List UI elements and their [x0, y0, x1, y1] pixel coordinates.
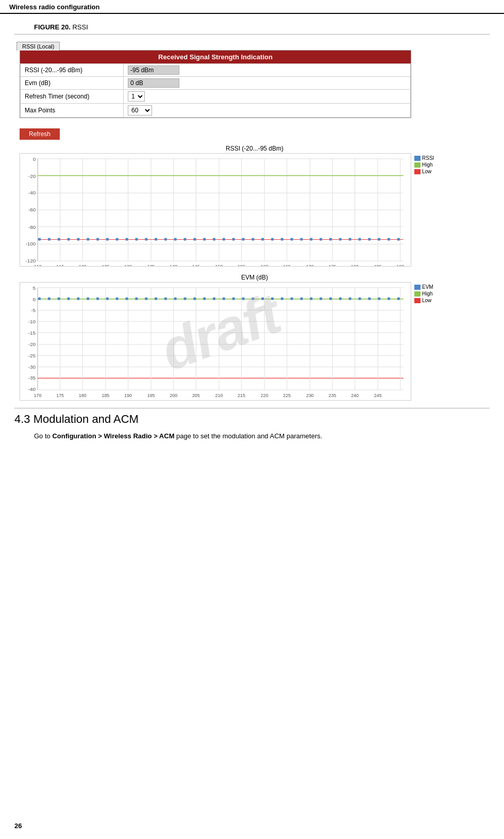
- svg-text:-30: -30: [28, 364, 36, 370]
- row-label-maxpoints: Max Points: [21, 104, 124, 118]
- legend-label-rssi: RSSI: [422, 155, 434, 161]
- svg-text:-120: -120: [25, 258, 36, 264]
- svg-text:235: 235: [329, 393, 337, 398]
- svg-text:-40: -40: [28, 386, 36, 392]
- figure-label-name: RSSI: [72, 23, 88, 31]
- legend-label-evm-low: Low: [422, 298, 431, 303]
- svg-rect-36: [58, 238, 60, 241]
- svg-rect-35: [48, 238, 51, 241]
- svg-rect-140: [155, 298, 157, 300]
- svg-rect-131: [68, 298, 70, 300]
- legend-item-rssi: RSSI: [414, 155, 434, 161]
- svg-rect-47: [164, 238, 167, 241]
- rssi-tabs-row: RSSI (Local): [14, 40, 490, 50]
- svg-rect-129: [48, 298, 51, 300]
- svg-text:155: 155: [238, 264, 245, 267]
- evm-value-input[interactable]: 0 dB: [128, 78, 179, 88]
- svg-rect-45: [145, 238, 147, 241]
- section-heading: 4.3 Modulation and ACM: [14, 413, 490, 426]
- svg-rect-154: [291, 298, 293, 300]
- svg-rect-71: [397, 238, 400, 241]
- svg-text:225: 225: [283, 393, 291, 398]
- svg-rect-157: [320, 298, 322, 300]
- svg-text:210: 210: [215, 393, 223, 398]
- legend-label-evm: EVM: [422, 284, 433, 290]
- row-value-refresh: 1 2 5: [124, 90, 411, 104]
- legend-item-high: High: [414, 162, 434, 168]
- svg-rect-135: [106, 298, 109, 300]
- svg-text:0: 0: [33, 156, 36, 162]
- svg-rect-65: [339, 238, 342, 241]
- svg-text:140: 140: [170, 264, 177, 267]
- svg-rect-162: [368, 298, 371, 300]
- legend-color-evm-high: [414, 291, 421, 297]
- svg-rect-132: [77, 298, 79, 300]
- svg-rect-139: [145, 298, 147, 300]
- svg-rect-134: [96, 298, 99, 300]
- svg-rect-136: [116, 298, 119, 300]
- svg-text:220: 220: [261, 393, 268, 398]
- svg-text:185: 185: [374, 264, 382, 267]
- legend-color-low: [414, 169, 421, 174]
- figure-rule: [14, 34, 490, 35]
- svg-rect-164: [388, 298, 390, 300]
- page-header-title: Wireless radio configuration: [9, 3, 99, 11]
- svg-rect-130: [58, 298, 60, 300]
- rssi-tab-local[interactable]: RSSI (Local): [16, 42, 60, 51]
- svg-rect-156: [310, 298, 312, 300]
- svg-rect-133: [87, 298, 89, 300]
- rssi-panel-header: Received Signal Strength Indication: [20, 51, 411, 63]
- legend-label-low: Low: [422, 169, 431, 174]
- svg-text:0: 0: [33, 297, 36, 302]
- svg-text:170: 170: [306, 264, 314, 267]
- evm-chart-svg: 5 0 -5 -10 -15 -20 -25 -30 -35 -40: [20, 282, 411, 401]
- rssi-table: RSSI (-20...-95 dBm) -95 dBm Evm (dB) 0 …: [20, 63, 411, 118]
- svg-rect-150: [251, 298, 254, 300]
- svg-rect-41: [106, 238, 109, 241]
- svg-text:175: 175: [328, 264, 336, 267]
- svg-rect-160: [349, 298, 351, 300]
- svg-rect-64: [329, 238, 332, 241]
- svg-rect-59: [281, 238, 283, 241]
- max-points-select[interactable]: 60 100 200: [128, 105, 152, 116]
- svg-rect-58: [271, 238, 274, 241]
- page-content: FIGURE 20. RSSI RSSI (Local) Received Si…: [0, 14, 504, 463]
- svg-text:-5: -5: [31, 307, 36, 313]
- legend-color-rssi: [414, 156, 421, 161]
- legend-color-evm: [414, 285, 421, 290]
- svg-text:-15: -15: [28, 330, 36, 336]
- svg-rect-89: [21, 283, 409, 400]
- row-value-rssi: -95 dBm: [124, 64, 411, 77]
- svg-rect-143: [184, 298, 187, 300]
- svg-text:180: 180: [351, 264, 359, 267]
- svg-text:175: 175: [56, 393, 64, 398]
- svg-rect-70: [388, 238, 390, 241]
- svg-text:120: 120: [79, 264, 87, 267]
- svg-rect-62: [310, 238, 312, 241]
- svg-rect-155: [300, 298, 303, 300]
- row-value-maxpoints: 60 100 200: [124, 104, 411, 118]
- section-body-bold: Configuration > Wireless Radio > ACM: [52, 432, 174, 440]
- svg-text:-20: -20: [28, 341, 36, 347]
- table-row: Refresh Timer (second) 1 2 5: [21, 90, 411, 104]
- section-body: Go to Configuration > Wireless Radio > A…: [34, 431, 490, 442]
- rssi-value-input[interactable]: -95 dBm: [128, 65, 179, 75]
- svg-text:130: 130: [124, 264, 132, 267]
- refresh-timer-select[interactable]: 1 2 5: [128, 91, 145, 102]
- svg-rect-161: [359, 298, 361, 300]
- refresh-button[interactable]: Refresh: [20, 128, 60, 140]
- svg-text:-100: -100: [25, 241, 36, 246]
- figure-label: FIGURE 20. RSSI: [34, 23, 490, 31]
- svg-rect-163: [378, 298, 380, 300]
- svg-rect-39: [87, 238, 89, 241]
- section-rule: [14, 408, 490, 408]
- svg-text:200: 200: [170, 393, 177, 398]
- rssi-panel: RSSI (Local) Received Signal Strength In…: [14, 40, 490, 118]
- svg-rect-137: [126, 298, 128, 300]
- legend-item-evm-low: Low: [414, 298, 433, 303]
- svg-rect-145: [203, 298, 206, 300]
- legend-color-evm-low: [414, 298, 421, 303]
- evm-chart-wrapper: 5 0 -5 -10 -15 -20 -25 -30 -35 -40: [20, 282, 490, 401]
- svg-text:110: 110: [34, 264, 42, 267]
- figure-label-bold: FIGURE 20.: [34, 23, 71, 31]
